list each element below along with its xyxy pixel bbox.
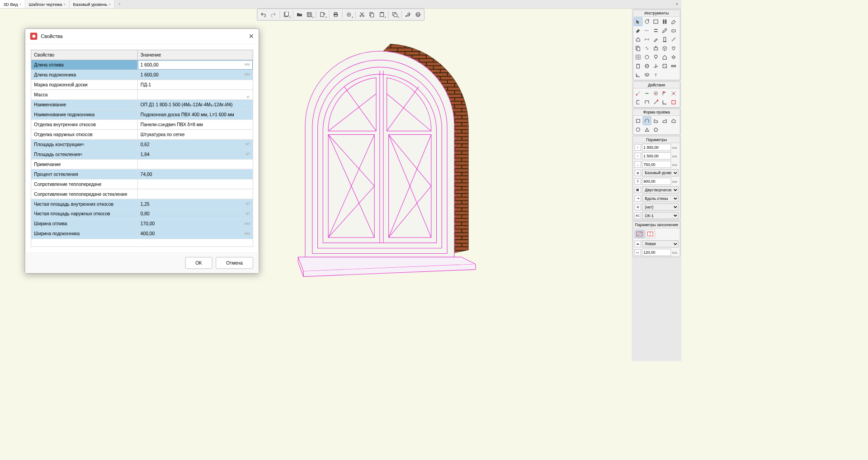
tab-menu[interactable]: ▾ — [672, 0, 681, 8]
prop-value[interactable]: кг — [137, 90, 253, 100]
rect-icon[interactable] — [651, 17, 660, 26]
shape-gable-icon[interactable] — [670, 116, 678, 125]
windows-button[interactable] — [391, 10, 400, 19]
tab-add[interactable]: + — [115, 0, 124, 8]
property-row[interactable]: Сопротивление теплопередаче остекления — [31, 189, 253, 199]
prop-value[interactable]: 170,00мм — [137, 219, 253, 229]
property-row[interactable]: Отделка внутренних откосовПанели-сэндвич… — [31, 119, 253, 129]
column-icon[interactable] — [660, 35, 669, 44]
rotate-icon[interactable] — [643, 17, 651, 26]
property-row[interactable]: Сопротивление теплопередаче — [31, 179, 253, 189]
ok-button[interactable]: OK — [185, 257, 212, 269]
section-icon[interactable] — [660, 62, 669, 71]
box-icon[interactable] — [660, 44, 669, 52]
prop-value[interactable]: 1,25м² — [137, 199, 253, 209]
help-button[interactable]: ? — [414, 10, 423, 19]
text-icon[interactable]: T — [651, 71, 660, 79]
shape-round-icon[interactable] — [634, 125, 642, 134]
v120-input[interactable] — [642, 249, 671, 256]
wall-icon[interactable] — [660, 17, 669, 26]
snap-center-icon[interactable] — [651, 89, 660, 98]
angle-icon[interactable] — [634, 71, 642, 79]
house-icon[interactable] — [660, 53, 669, 62]
fill-type-2[interactable] — [645, 230, 655, 238]
measure-icon[interactable] — [670, 62, 678, 71]
prop-value[interactable]: 400,00мм — [137, 229, 253, 239]
property-row[interactable]: Процент остекления74,00 — [31, 169, 253, 179]
extrude-icon[interactable] — [634, 35, 642, 44]
property-row[interactable]: Площадь остекления≈1,84м² — [31, 149, 253, 159]
export-button[interactable] — [318, 10, 327, 19]
eraser1-icon[interactable] — [670, 17, 678, 26]
redo-button[interactable] — [269, 10, 278, 19]
width-input[interactable] — [642, 152, 671, 160]
shape-triangle-icon[interactable] — [643, 125, 651, 134]
copy2-icon[interactable] — [634, 44, 642, 52]
view-button[interactable] — [344, 10, 353, 19]
print-button[interactable] — [331, 10, 340, 19]
sphere-icon[interactable] — [643, 62, 651, 71]
snap-end-icon[interactable] — [634, 89, 642, 98]
sill-input[interactable] — [642, 161, 671, 168]
pushpull-icon[interactable] — [651, 44, 660, 52]
along-select[interactable]: Вдоль стены — [642, 195, 679, 202]
prop-value[interactable]: ОП Д1 1 800-1 500 (4М₁-12Ar-4М₁-12Ar-И4) — [137, 100, 253, 109]
property-row[interactable]: Длина отлива1 600,00мм — [31, 60, 253, 70]
prop-value[interactable]: 1,84м² — [137, 149, 253, 159]
cancel-button[interactable]: Отмена — [216, 257, 253, 269]
copy-button[interactable] — [367, 10, 376, 19]
level-select[interactable]: Базовый уровень — [642, 169, 679, 176]
line-icon[interactable] — [670, 35, 678, 44]
prop-value[interactable]: 74,00 — [137, 169, 253, 179]
tab-base[interactable]: Базовый уровень× — [70, 0, 115, 8]
snap-mid-icon[interactable] — [643, 89, 651, 98]
prop-value[interactable] — [137, 159, 253, 169]
prop-value[interactable]: 1 600,00мм — [137, 60, 253, 70]
close-button[interactable]: ✕ — [249, 32, 254, 40]
property-row[interactable]: Наименование подоконникаПодоконная доска… — [31, 109, 253, 119]
axes-icon[interactable] — [651, 62, 660, 71]
prop-value[interactable]: 0,80м² — [137, 209, 253, 219]
prop-value[interactable]: Штукатурка по сетке — [137, 129, 253, 139]
property-row[interactable]: Марка подоконной доскиПД-1 — [31, 80, 253, 90]
shape-rect-icon[interactable] — [634, 116, 642, 125]
property-row[interactable]: Массакг — [31, 90, 253, 100]
new-button[interactable] — [282, 10, 291, 19]
tree-icon[interactable] — [651, 53, 660, 62]
property-row[interactable]: Отделка наружных откосовШтукатурка по се… — [31, 129, 253, 139]
property-row[interactable]: Примечание — [31, 159, 253, 169]
snap-int-icon[interactable] — [670, 89, 678, 98]
shape-trap-right-icon[interactable] — [660, 116, 669, 125]
select-icon[interactable] — [634, 17, 642, 26]
prop-value[interactable] — [137, 189, 253, 199]
mark-select[interactable]: ОК-1 — [642, 212, 679, 219]
property-row[interactable]: Ширина отлива170,00мм — [31, 219, 253, 229]
shape-pentagon-icon[interactable] — [651, 125, 660, 134]
cut-button[interactable] — [357, 10, 366, 19]
corner-icon[interactable] — [660, 98, 669, 107]
snap-all-icon[interactable] — [670, 98, 678, 107]
property-row[interactable]: Чистая площадь внутренних откосов1,25м² — [31, 199, 253, 209]
shape-arch-icon[interactable] — [643, 116, 651, 125]
close-icon[interactable]: × — [63, 2, 66, 6]
tab-template[interactable]: Шаблон чертежа× — [25, 0, 70, 8]
clipboard-icon[interactable] — [634, 62, 642, 71]
property-row[interactable]: Длина подоконника1 600,00мм — [31, 70, 253, 80]
prop-value[interactable]: ПД-1 — [137, 80, 253, 90]
dim-icon[interactable] — [643, 35, 651, 44]
undo-button[interactable] — [259, 10, 268, 19]
link-icon[interactable] — [643, 44, 651, 52]
open-button[interactable] — [295, 10, 304, 19]
close-icon[interactable]: × — [19, 2, 22, 6]
prop-value[interactable]: 1 600,00мм — [137, 70, 253, 80]
eraser2-icon[interactable] — [634, 26, 642, 35]
fill-type-1[interactable] — [635, 230, 645, 238]
prop-value[interactable] — [137, 179, 253, 189]
prop-value[interactable]: Панели-сэндвич ПВХ δ=8 мм — [137, 119, 253, 129]
ext-left-icon[interactable] — [634, 98, 642, 107]
pencil-icon[interactable] — [660, 26, 669, 35]
grid-icon[interactable] — [634, 53, 642, 62]
dash-icon[interactable] — [643, 26, 651, 35]
circle-tool-icon[interactable] — [643, 53, 651, 62]
none-select[interactable]: (нет) — [642, 204, 679, 211]
